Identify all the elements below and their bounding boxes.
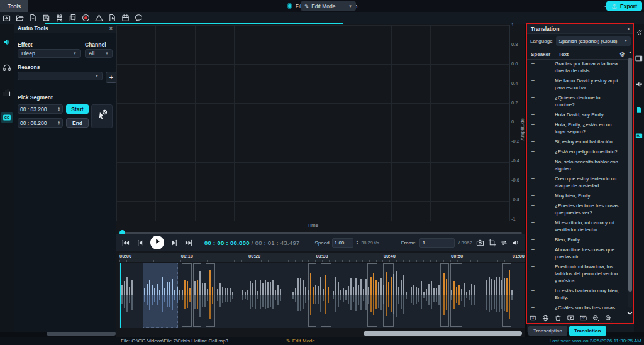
translation-row[interactable]: –¿Quieres decirme tu nombre?: [527, 94, 626, 108]
translation-row[interactable]: –¿Cuáles son las tres cosas: [527, 304, 626, 311]
panel-scrollbar[interactable]: [47, 332, 116, 336]
translation-row[interactable]: –Mi escritorio, mi cama y mi ventilador …: [527, 219, 626, 233]
export-button[interactable]: Export: [606, 1, 642, 11]
start-button[interactable]: Start: [66, 104, 89, 114]
skip-end-button[interactable]: [185, 239, 193, 247]
bleep-segment-marker[interactable]: [440, 263, 449, 327]
next-frame-button[interactable]: [170, 239, 179, 247]
close-icon[interactable]: ×: [109, 25, 113, 31]
waveform-scrollbar[interactable]: [364, 331, 522, 336]
collapse-chevrons-icon[interactable]: [635, 28, 644, 37]
translate-box-icon[interactable]: A: [530, 313, 536, 324]
headphones-icon[interactable]: [1, 62, 13, 73]
time-stepper[interactable]: ▲▼: [58, 121, 60, 126]
playhead[interactable]: [120, 263, 121, 328]
document-icon[interactable]: [635, 105, 644, 114]
scroll-up-icon[interactable]: ▲: [628, 50, 632, 54]
scroll-down-icon[interactable]: [627, 307, 633, 318]
report-icon[interactable]: [106, 12, 119, 24]
save-icon[interactable]: [40, 12, 53, 24]
translation-row[interactable]: –Bien, Emily.: [527, 236, 626, 243]
analytics-bars-icon[interactable]: [1, 87, 13, 98]
end-time-input[interactable]: 00 : 08.280 ▲▼: [18, 118, 63, 128]
zoom-out-icon[interactable]: [592, 313, 599, 324]
captions-icon[interactable]: CC: [1, 112, 13, 123]
globe-icon[interactable]: [542, 313, 549, 324]
add-comment-icon[interactable]: [567, 313, 574, 324]
trash-icon[interactable]: [555, 313, 562, 324]
snapshot-button[interactable]: [476, 239, 484, 247]
audio-wave-icon[interactable]: [1, 36, 13, 48]
amplitude-plot[interactable]: [116, 25, 510, 221]
warning-icon[interactable]: [92, 12, 106, 24]
translation-row[interactable]: –Hola, Emily, ¿estás en un lugar seguro?: [527, 121, 626, 135]
translation-row[interactable]: –Sí, estoy en mi habitación.: [527, 138, 626, 145]
translation-row[interactable]: –Hola David, soy Emily.: [527, 111, 626, 118]
loop-button[interactable]: [500, 239, 508, 247]
translation-row[interactable]: –Ahora dime tres cosas que puedas oír.: [527, 246, 626, 260]
translation-row[interactable]: –No, solo necesito hablar con alguien.: [527, 158, 626, 172]
bleep-segment-marker[interactable]: [502, 263, 511, 327]
bleep-segment-marker[interactable]: [206, 263, 214, 327]
waveform-strip[interactable]: [119, 263, 525, 328]
bleep-segment-marker[interactable]: [383, 263, 394, 327]
channel-dropdown[interactable]: All▼: [85, 49, 113, 58]
audio-speaker-icon[interactable]: [635, 79, 644, 89]
translation-row[interactable]: –Creo que estoy teniendo un ataque de an…: [527, 175, 626, 189]
translation-row[interactable]: –¿Está en peligro inmediato?: [527, 148, 626, 155]
frame-input[interactable]: [419, 238, 455, 248]
end-button[interactable]: End: [66, 118, 89, 128]
captions-translate-icon[interactable]: [635, 131, 644, 140]
captions-small-icon[interactable]: CC: [580, 313, 587, 324]
speed-input[interactable]: [332, 238, 353, 248]
open-folder-icon[interactable]: [13, 12, 26, 24]
translation-row[interactable]: –Puedo oír mi lavadora, los ladridos del…: [527, 263, 626, 284]
row-text: Me llamo David y estoy aquí para escucha…: [555, 77, 621, 91]
timeline-tick: 00:20: [248, 253, 260, 259]
chat-icon[interactable]: [132, 12, 145, 24]
record-icon[interactable]: [79, 12, 92, 24]
bleep-segment-marker[interactable]: [193, 263, 201, 327]
zoom-in-icon[interactable]: [605, 313, 612, 324]
bleep-segment-marker[interactable]: [321, 263, 331, 327]
timeline-ruler[interactable]: 00:0000:1000:2000:3000:4000:5001:00: [119, 253, 525, 262]
skip-start-button[interactable]: [121, 239, 130, 247]
reasons-dropdown[interactable]: ▼: [18, 72, 103, 80]
side-panel-icon[interactable]: [635, 53, 644, 63]
time-stepper[interactable]: ▲▼: [58, 107, 60, 112]
bleep-segment-marker[interactable]: [182, 263, 192, 327]
translation-row[interactable]: –Me llamo David y estoy aquí para escuch…: [527, 77, 626, 91]
edit-mode-dropdown[interactable]: ✎ Edit Mode ▼: [301, 1, 356, 11]
list-scrollbar[interactable]: [628, 57, 632, 308]
add-reason-button[interactable]: +: [106, 72, 117, 83]
translation-row[interactable]: –Lo estás haciendo muy bien, Emily.: [527, 287, 626, 301]
translation-row[interactable]: –Muy bien, Emily.: [527, 192, 626, 199]
effect-dropdown[interactable]: Bleep▼: [18, 49, 80, 58]
language-dropdown[interactable]: Spanish (español) (Cloud) ▼: [556, 36, 631, 46]
menu-tools[interactable]: Tools: [0, 0, 28, 12]
bleep-segment-marker[interactable]: [450, 263, 462, 327]
calendar-icon[interactable]: [119, 12, 132, 24]
prev-frame-button[interactable]: [136, 239, 144, 247]
translation-row[interactable]: –¿Puedes decirme tres cosas que puedes v…: [527, 202, 626, 216]
speed-stepper[interactable]: ▲▼: [356, 240, 358, 245]
translation-row[interactable]: –Gracias por llamar a la línea directa d…: [527, 60, 626, 74]
camera-rig-icon[interactable]: [53, 12, 66, 24]
pick-segment-button[interactable]: [91, 104, 113, 128]
volume-button[interactable]: [512, 239, 520, 247]
row-speaker: –: [527, 138, 555, 145]
close-icon[interactable]: ×: [627, 26, 630, 32]
import-project-icon[interactable]: [0, 12, 13, 24]
duplicate-icon[interactable]: [66, 12, 79, 24]
gear-icon[interactable]: ⚙: [619, 51, 625, 58]
tab-transcription[interactable]: Transcription: [528, 326, 567, 336]
bleep-segment-marker[interactable]: [367, 263, 377, 327]
add-file-icon[interactable]: [26, 12, 40, 24]
play-button[interactable]: [150, 236, 164, 249]
tab-translation[interactable]: Translation: [569, 326, 606, 336]
translation-toolbar: ACC: [530, 314, 624, 323]
row-text: Gracias por llamar a la línea directa de…: [555, 60, 621, 74]
crop-button[interactable]: [488, 239, 496, 247]
start-time-input[interactable]: 00 : 03.200 ▲▼: [18, 104, 63, 114]
bleep-segment-marker[interactable]: [308, 263, 317, 327]
